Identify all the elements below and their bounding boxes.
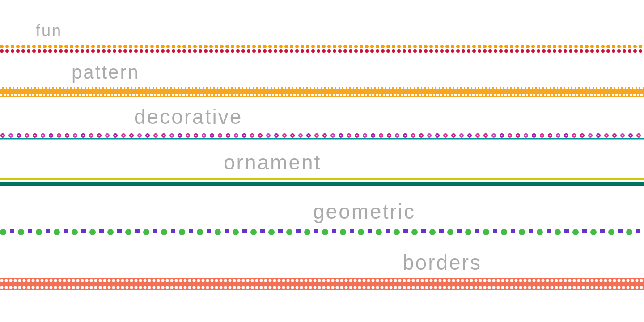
- border-borders: [0, 278, 644, 290]
- border-decorative: [0, 132, 644, 142]
- label-ornament: ornament: [0, 142, 644, 178]
- section-geometric: geometric: [0, 186, 644, 237]
- section-pattern: pattern: [0, 54, 644, 97]
- section-fun: fun: [0, 0, 644, 54]
- border-geometric: [0, 227, 644, 237]
- label-geometric: geometric: [0, 186, 644, 227]
- label-borders: borders: [0, 237, 644, 278]
- label-decorative: decorative: [0, 97, 644, 132]
- section-decorative: decorative: [0, 97, 644, 142]
- label-pattern: pattern: [0, 54, 644, 87]
- section-ornament: ornament: [0, 142, 644, 186]
- section-borders: borders: [0, 237, 644, 290]
- label-fun: fun: [0, 13, 644, 44]
- border-fun: [0, 44, 644, 54]
- border-pattern: [0, 87, 644, 97]
- border-ornament: [0, 178, 644, 186]
